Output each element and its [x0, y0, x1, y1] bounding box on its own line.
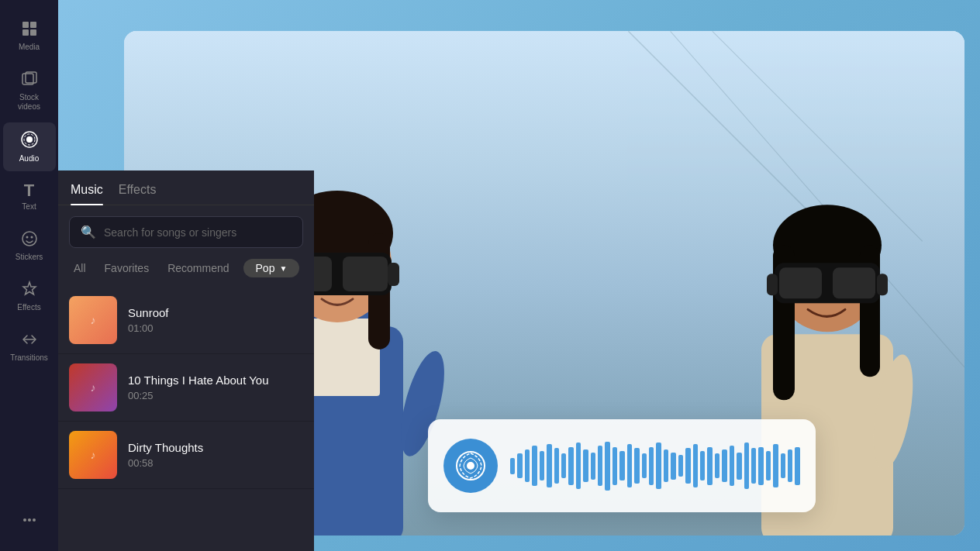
waveform-bar: [788, 449, 792, 482]
music-icon-circle: [443, 439, 498, 493]
tab-music[interactable]: Music: [71, 183, 103, 205]
sidebar-item-audio-label: Audio: [19, 154, 40, 164]
tab-effects[interactable]: Effects: [119, 183, 157, 205]
waveform-bar: [605, 442, 609, 491]
sidebar-item-transitions-label: Transitions: [10, 353, 48, 363]
song-duration-10things: 00:25: [128, 390, 303, 401]
sidebar-item-media-label: Media: [19, 43, 40, 52]
svg-rect-33: [22, 29, 29, 36]
svg-rect-32: [30, 22, 36, 28]
song-title-10things: 10 Things I Hate About You: [128, 374, 303, 387]
waveform-bar: [583, 449, 588, 482]
sidebar-item-stock-label: Stock videos: [18, 93, 40, 112]
svg-rect-24: [779, 267, 822, 298]
song-title-dirty: Dirty Thoughts: [128, 441, 303, 454]
song-thumb-sunroof: ♪: [69, 296, 117, 344]
media-icon: [21, 20, 38, 40]
transitions-icon: [21, 331, 38, 350]
song-info-sunroof: Sunroof 01:00: [128, 306, 303, 334]
waveform-bar: [510, 458, 515, 474]
filter-row: All Favorites Recommend Pop ▼: [58, 259, 314, 287]
sidebar-item-stickers-label: Stickers: [16, 253, 43, 262]
text-icon: T: [24, 182, 34, 199]
svg-point-38: [26, 136, 33, 143]
sidebar-item-stickers[interactable]: Stickers: [3, 222, 56, 270]
waveform-bar: [693, 444, 698, 487]
waveform-bar: [758, 447, 763, 485]
audio-icon: [20, 130, 39, 151]
stock-videos-icon: [21, 71, 38, 90]
svg-rect-27: [877, 274, 888, 295]
search-bar[interactable]: 🔍: [69, 216, 303, 248]
waveform-bar: [619, 451, 624, 481]
search-input[interactable]: [104, 226, 292, 239]
song-item-sunroof[interactable]: ♪ Sunroof 01:00: [58, 287, 314, 354]
chevron-down-icon: ▼: [279, 264, 287, 273]
sidebar: Media Stock videos Audio T Text: [0, 0, 58, 551]
svg-rect-25: [833, 267, 875, 298]
waveform-bar: [773, 444, 778, 487]
waveform-bar: [744, 443, 749, 489]
waveform-bar: [561, 453, 566, 478]
waveform-bar: [737, 453, 741, 480]
waveform-bar: [568, 447, 573, 485]
genre-label: Pop: [256, 262, 275, 274]
svg-point-40: [22, 232, 36, 246]
thumb-inner-3: ♪: [69, 431, 117, 479]
genre-dropdown[interactable]: Pop ▼: [243, 259, 300, 277]
waveform-bar: [751, 448, 756, 484]
song-duration-dirty: 00:58: [128, 457, 303, 469]
panel-tabs: Music Effects: [58, 170, 314, 205]
thumb-inner-2: ♪: [69, 363, 117, 412]
waveform-bar: [576, 443, 581, 489]
waveform-bar: [591, 453, 595, 480]
search-icon: 🔍: [81, 225, 96, 239]
song-info-10things: 10 Things I Hate About You 00:25: [128, 374, 303, 401]
waveform-bar: [656, 443, 661, 489]
filter-all[interactable]: All: [69, 259, 91, 277]
waveform-bar: [517, 453, 522, 478]
waveform-bar: [730, 446, 734, 487]
waveform-bar: [540, 451, 544, 481]
svg-rect-15: [388, 263, 399, 286]
waveform-bar: [627, 444, 632, 487]
sidebar-item-transitions[interactable]: Transitions: [3, 323, 56, 370]
waveform-bar: [678, 455, 683, 477]
waveform-bar: [634, 448, 639, 484]
waveform-bar: [700, 451, 705, 481]
waveform-bar: [664, 449, 668, 482]
waveform: [510, 439, 800, 493]
waveform-bar: [707, 447, 712, 485]
waveform-bar: [795, 447, 799, 485]
filter-recommend[interactable]: Recommend: [163, 259, 233, 277]
waveform-bar: [598, 446, 602, 487]
sidebar-item-effects[interactable]: Effects: [3, 273, 56, 320]
song-thumb-10things: ♪: [69, 363, 117, 412]
sidebar-item-text[interactable]: T Text: [3, 174, 56, 219]
svg-point-30: [467, 462, 474, 470]
waveform-bar: [525, 449, 530, 482]
music-overlay: [428, 419, 816, 512]
sidebar-item-stock-videos[interactable]: Stock videos: [3, 63, 56, 119]
waveform-bar: [685, 448, 690, 484]
song-item-dirty-thoughts[interactable]: ♪ Dirty Thoughts 00:58: [58, 422, 314, 489]
waveform-bar: [554, 448, 559, 484]
song-list: ♪ Sunroof 01:00 ♪ 10 Things I Hate About…: [58, 287, 314, 489]
svg-point-45: [28, 518, 31, 522]
effects-icon: [21, 281, 38, 300]
audio-panel: Music Effects 🔍 All Favorites Recommend …: [58, 170, 314, 551]
svg-point-42: [30, 236, 33, 239]
filter-favorites[interactable]: Favorites: [100, 259, 154, 277]
song-thumb-dirty: ♪: [69, 431, 117, 479]
waveform-bar: [547, 444, 551, 487]
song-info-dirty: Dirty Thoughts 00:58: [128, 441, 303, 469]
sidebar-item-media[interactable]: Media: [3, 12, 56, 60]
waveform-bar: [722, 449, 726, 482]
waveform-bar: [532, 446, 537, 487]
svg-rect-26: [767, 274, 778, 295]
sidebar-item-audio[interactable]: Audio: [3, 122, 56, 171]
waveform-bar: [649, 447, 654, 485]
sidebar-item-more[interactable]: [3, 504, 56, 539]
song-item-10things[interactable]: ♪ 10 Things I Hate About You 00:25: [58, 354, 314, 422]
svg-rect-34: [30, 29, 36, 36]
